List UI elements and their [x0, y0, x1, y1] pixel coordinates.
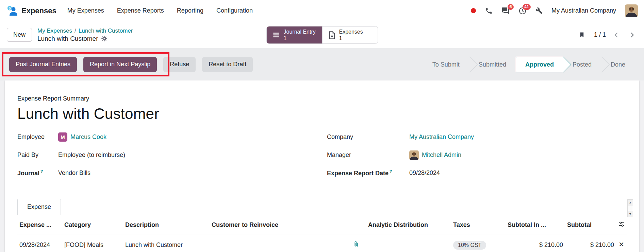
paperclip-icon[interactable] — [353, 241, 359, 248]
smart-buttons: Journal Entry 1 Expenses 1 — [266, 26, 378, 44]
journal-label: Journal — [17, 170, 39, 177]
header-taxes[interactable]: Taxes — [451, 215, 506, 234]
status-step-approved[interactable]: Approved — [516, 57, 563, 72]
recording-indicator-icon — [471, 8, 476, 13]
cell-subtotal[interactable]: $ 210.00 — [565, 234, 616, 252]
tab-expense[interactable]: Expense — [17, 199, 61, 215]
cell-category[interactable]: [FOOD] Meals — [62, 234, 123, 252]
menu-reporting[interactable]: Reporting — [176, 5, 204, 16]
delete-row-icon[interactable] — [619, 241, 624, 247]
phone-icon[interactable] — [485, 7, 493, 15]
field-employee: Employee M Marcus Cook — [17, 131, 327, 143]
header-expense-date[interactable]: Expense ... — [17, 215, 62, 234]
status-pipeline: To Submit Submitted Approved Posted Done — [423, 57, 635, 72]
breadcrumb-my-expenses[interactable]: My Expenses — [37, 28, 72, 34]
field-manager: Manager Mitchell Admin — [327, 149, 627, 161]
header-attachment — [346, 215, 366, 234]
breadcrumb: My Expenses/Lunch with Customer Lunch wi… — [37, 28, 133, 42]
expenses-label: Expenses — [339, 29, 363, 35]
user-avatar[interactable] — [625, 4, 638, 17]
manager-avatar — [409, 150, 419, 160]
menu-my-expenses[interactable]: My Expenses — [67, 5, 105, 16]
pager-area: 1 / 1 — [579, 30, 637, 40]
screen: $ Expenses My Expenses Expense Reports R… — [0, 0, 644, 252]
field-expense-report-date: Expense Report Date? 09/28/2024 — [327, 167, 627, 179]
header-subtotal-in[interactable]: Subtotal In ... — [506, 215, 565, 234]
employee-link[interactable]: Marcus Cook — [70, 133, 106, 141]
paid-by-value[interactable]: Employee (to reimburse) — [58, 151, 125, 159]
main-menu: My Expenses Expense Reports Reporting Co… — [67, 5, 253, 16]
company-label: Company — [327, 133, 409, 141]
employee-avatar: M — [58, 132, 67, 142]
report-in-next-payslip-button[interactable]: Report in Next Payslip — [83, 57, 157, 72]
app-switcher[interactable]: $ Expenses — [6, 5, 56, 17]
record-name-title[interactable]: Lunch with Customer — [17, 105, 627, 123]
breadcrumb-current[interactable]: Lunch with Customer — [79, 28, 133, 34]
pager-counter: 1 / 1 — [594, 31, 606, 38]
expenses-smart-button[interactable]: Expenses 1 — [322, 26, 378, 43]
cell-taxes[interactable]: 10% GST — [451, 234, 506, 252]
cell-expense-date[interactable]: 09/28/2024 — [17, 234, 62, 252]
notebook: Expense Expense ... — [17, 199, 627, 252]
breadcrumb-separator: / — [75, 28, 76, 34]
field-journal: Journal? Vendor Bills — [17, 167, 327, 179]
scrollbar-track[interactable] — [628, 205, 633, 211]
journal-entry-smart-button[interactable]: Journal Entry 1 — [267, 26, 322, 43]
pager-previous-button[interactable] — [611, 30, 622, 40]
tools-icon[interactable] — [535, 7, 543, 14]
summary-label: Expense Report Summary — [17, 95, 627, 102]
scrollbar-up-icon[interactable] — [628, 200, 633, 205]
messages-badge: 6 — [508, 4, 514, 10]
reset-to-draft-button[interactable]: Reset to Draft — [202, 57, 253, 72]
report-date-label: Expense Report Date — [327, 170, 389, 177]
status-step-done[interactable]: Done — [601, 57, 635, 72]
expenses-doc-icon — [328, 31, 336, 39]
cell-analytic-distribution[interactable] — [366, 234, 451, 252]
paid-by-label: Paid By — [17, 151, 58, 159]
table-scrollbar[interactable] — [627, 199, 633, 217]
company-link[interactable]: My Australian Company — [409, 133, 474, 141]
svg-text:$: $ — [9, 6, 11, 10]
expense-line-row[interactable]: 09/28/2024 [FOOD] Meals Lunch with Custo… — [17, 234, 627, 252]
optional-columns-icon[interactable] — [618, 221, 625, 228]
scrollbar-down-icon[interactable] — [628, 211, 633, 217]
field-company: Company My Australian Company — [327, 131, 627, 143]
manager-link[interactable]: Mitchell Admin — [422, 151, 461, 159]
cell-customer-to-reinvoice[interactable] — [210, 234, 346, 252]
pager-next-button[interactable] — [627, 30, 637, 40]
header-description[interactable]: Description — [123, 215, 210, 234]
content-area: Expense Report Summary Lunch with Custom… — [0, 80, 644, 252]
new-button[interactable]: New — [7, 28, 32, 42]
report-date-help-icon[interactable]: ? — [390, 169, 392, 174]
refuse-button[interactable]: Refuse — [163, 57, 196, 72]
tax-tag[interactable]: 10% GST — [453, 241, 486, 250]
manager-label: Manager — [327, 151, 409, 159]
header-options — [616, 215, 627, 234]
journal-entry-label: Journal Entry — [284, 29, 316, 35]
cell-subtotal-in[interactable]: $ 210.00 — [506, 234, 565, 252]
header-subtotal[interactable]: Subtotal — [565, 215, 616, 234]
menu-configuration[interactable]: Configuration — [216, 5, 253, 16]
status-step-submitted[interactable]: Submitted — [469, 57, 516, 72]
gear-icon[interactable] — [101, 35, 108, 42]
cell-description[interactable]: Lunch with Customer — [123, 234, 210, 252]
journal-help-icon[interactable]: ? — [40, 169, 43, 174]
activities-icon[interactable]: 41 — [518, 7, 527, 15]
company-switcher[interactable]: My Australian Company — [551, 7, 616, 14]
journal-value[interactable]: Vendor Bills — [58, 169, 90, 177]
form-fields: Employee M Marcus Cook Paid By Employee … — [17, 131, 627, 185]
statusbar: Post Journal Entries Report in Next Pays… — [0, 48, 644, 80]
header-category[interactable]: Category — [62, 215, 123, 234]
app-name[interactable]: Expenses — [21, 6, 56, 15]
header-customer-to-reinvoice[interactable]: Customer to Reinvoice — [210, 215, 346, 234]
bookmark-icon[interactable] — [579, 31, 585, 38]
menu-expense-reports[interactable]: Expense Reports — [116, 5, 165, 16]
messages-icon[interactable]: 6 — [501, 7, 510, 15]
post-journal-entries-button[interactable]: Post Journal Entries — [9, 57, 77, 72]
cell-attachment — [346, 234, 366, 252]
form-sheet: Expense Report Summary Lunch with Custom… — [5, 80, 639, 252]
report-date-value[interactable]: 09/28/2024 — [409, 169, 440, 177]
systray: 6 41 My Australian Company — [471, 4, 638, 17]
header-analytic-distribution[interactable]: Analytic Distribution — [366, 215, 451, 234]
table-header-row: Expense ... Category Description Custome… — [17, 215, 627, 234]
